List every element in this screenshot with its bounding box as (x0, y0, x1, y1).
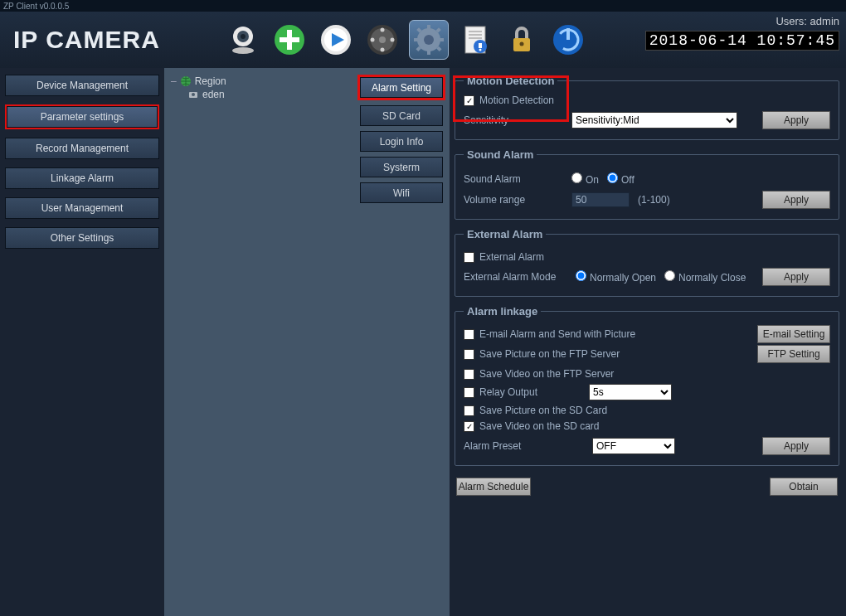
tree-root[interactable]: – Region (171, 75, 347, 88)
record-icon[interactable] (362, 20, 402, 60)
relay-checkbox[interactable] (464, 387, 474, 398)
svg-point-16 (370, 38, 374, 42)
svg-rect-22 (439, 38, 444, 41)
svg-rect-6 (280, 37, 299, 42)
power-icon[interactable] (548, 20, 588, 60)
volume-range: (1-100) (638, 194, 670, 206)
nav-parameter-settings[interactable]: Parameter settings (7, 106, 158, 128)
motion-apply-button[interactable]: Apply (762, 111, 830, 129)
nav-user-management[interactable]: User Management (5, 197, 159, 219)
ftp-video-label: Save Video on the FTP Server (479, 368, 614, 380)
sound-apply-button[interactable]: Apply (762, 191, 830, 209)
linkage-legend: Alarm linkage (464, 305, 541, 318)
ftp-video-checkbox[interactable] (464, 369, 474, 380)
tab-system[interactable]: Systerm (360, 157, 443, 177)
svg-rect-38 (566, 28, 570, 40)
motion-detection-group: Motion Detection ✓ Motion Detection Sens… (455, 75, 839, 140)
svg-rect-32 (479, 43, 482, 48)
settings-icon[interactable] (409, 20, 449, 60)
lock-icon[interactable] (502, 20, 542, 60)
svg-point-41 (192, 93, 195, 96)
sd-picture-checkbox[interactable] (464, 405, 474, 416)
app-logo: IP CAMERA (13, 26, 160, 54)
nav-other-settings[interactable]: Other Settings (5, 227, 159, 249)
nav-device-management[interactable]: Device Management (5, 75, 159, 96)
external-apply-button[interactable]: Apply (762, 268, 830, 286)
tab-sd-card[interactable]: SD Card (360, 105, 443, 126)
add-icon[interactable] (270, 20, 309, 60)
header-right: Users: admin 2018-06-14 10:57:45 (645, 15, 839, 51)
users-label: Users: admin (645, 15, 839, 27)
ftp-setting-button[interactable]: FTP Setting (757, 345, 830, 363)
sound-off-radio[interactable]: Off (607, 172, 634, 186)
relay-select[interactable]: 5s (589, 384, 672, 400)
linkage-apply-button[interactable]: Apply (762, 437, 830, 455)
external-checkbox-label: External Alarm (479, 251, 544, 263)
toolbar (223, 20, 588, 60)
device-icon (187, 89, 199, 100)
settings-tabs: Alarm Setting SD Card Login Info Systerm… (353, 68, 450, 616)
email-alarm-label: E-mail Alarm and Send with Picture (479, 328, 635, 340)
preset-select[interactable]: OFF (592, 438, 675, 454)
svg-rect-20 (427, 50, 430, 55)
nav-linkage-alarm[interactable]: Linkage Alarm (5, 167, 159, 189)
svg-point-35 (519, 42, 523, 46)
sd-video-label: Save Video on the SD card (479, 420, 600, 432)
tree-root-label: Region (195, 75, 226, 87)
motion-legend: Motion Detection (464, 75, 557, 87)
play-icon[interactable] (316, 20, 356, 60)
svg-point-12 (379, 36, 386, 43)
sound-legend: Sound Alarm (464, 148, 537, 161)
titlebar: ZP Client v0.0.0.5 (0, 0, 846, 12)
sensitivity-label: Sensitivity (464, 114, 563, 126)
sound-on-radio[interactable]: On (571, 172, 599, 186)
device-tree: – Region eden (164, 68, 353, 616)
sd-video-checkbox[interactable]: ✓ (464, 421, 474, 432)
ftp-picture-checkbox[interactable] (464, 349, 474, 360)
svg-point-3 (232, 47, 254, 54)
preset-label: Alarm Preset (464, 440, 584, 452)
ftp-picture-label: Save Picture on the FTP Server (479, 348, 620, 360)
external-checkbox[interactable] (464, 252, 474, 263)
svg-point-33 (479, 49, 481, 51)
normally-open-radio[interactable]: Normally Open (576, 270, 656, 284)
motion-checkbox[interactable]: ✓ (464, 95, 474, 106)
settings-content: Motion Detection ✓ Motion Detection Sens… (450, 68, 846, 616)
obtain-button[interactable]: Obtain (770, 478, 838, 496)
log-icon[interactable] (455, 20, 495, 60)
alarm-linkage-group: Alarm linkage E-mail Alarm and Send with… (455, 305, 839, 466)
tab-login-info[interactable]: Login Info (360, 131, 443, 152)
svg-point-14 (390, 38, 394, 42)
normally-close-radio[interactable]: Normally Close (664, 270, 746, 284)
nav-record-management[interactable]: Record Management (5, 138, 159, 159)
svg-point-18 (424, 35, 434, 45)
tree-device-label: eden (202, 89, 225, 100)
globe-icon (180, 75, 192, 87)
svg-rect-19 (427, 25, 430, 30)
volume-label: Volume range (464, 194, 563, 206)
email-alarm-checkbox[interactable] (464, 329, 474, 340)
alarm-schedule-button[interactable]: Alarm Schedule (456, 478, 531, 496)
sd-picture-label: Save Picture on the SD Card (479, 405, 607, 416)
sound-alarm-label: Sound Alarm (464, 173, 563, 185)
left-nav: Device Management Parameter settings Rec… (0, 68, 164, 616)
timestamp: 2018-06-14 10:57:45 (645, 31, 839, 51)
svg-point-13 (380, 28, 384, 32)
webcam-icon[interactable] (223, 20, 263, 60)
header: IP CAMERA Users: admin 2018-06-14 10:57:… (0, 12, 846, 68)
svg-rect-21 (414, 38, 419, 41)
svg-point-2 (241, 34, 246, 39)
tab-wifi[interactable]: Wifi (360, 182, 443, 203)
external-legend: External Alarm (464, 228, 546, 240)
external-mode-label: External Alarm Mode (464, 271, 567, 283)
relay-label: Relay Output (479, 386, 584, 398)
volume-input[interactable] (571, 192, 630, 207)
sensitivity-select[interactable]: Sensitivity:Mid (571, 112, 737, 129)
tab-alarm-setting[interactable]: Alarm Setting (360, 77, 443, 98)
svg-point-15 (380, 48, 384, 52)
external-alarm-group: External Alarm External Alarm External A… (455, 228, 839, 297)
tree-device[interactable]: eden (187, 88, 347, 101)
motion-checkbox-label: Motion Detection (479, 95, 554, 106)
sound-alarm-group: Sound Alarm Sound Alarm On Off Volume ra… (455, 148, 839, 220)
email-setting-button[interactable]: E-mail Setting (757, 325, 830, 343)
